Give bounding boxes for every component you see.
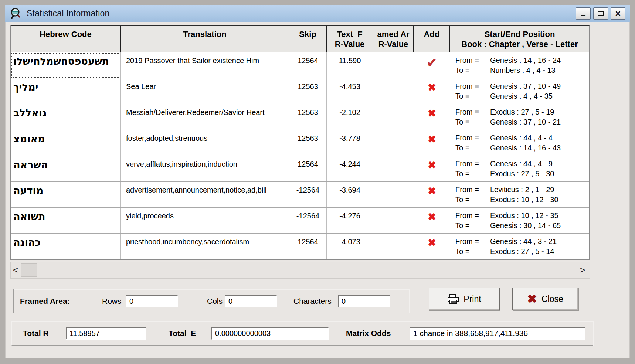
- add-cell[interactable]: ✖: [414, 104, 450, 130]
- close-x-icon: ✖: [527, 293, 537, 305]
- print-button[interactable]: Print: [429, 288, 500, 310]
- position-cell: From =Genesis : 44 , 3 - 21 To =Exodus :…: [450, 234, 589, 259]
- hebrew-code-cell[interactable]: השראה: [11, 156, 121, 181]
- table-row[interactable]: גואללב Messiah/Deliverer.Redeemer/Savior…: [11, 104, 589, 130]
- table-row[interactable]: מאומצ foster,adopted,strenuous 12563 -3.…: [11, 130, 589, 156]
- total-r-label: Total R: [23, 329, 49, 338]
- text-r-value-cell: -4.244: [327, 156, 373, 181]
- add-cell[interactable]: ✖: [414, 234, 450, 259]
- horizontal-scrollbar[interactable]: < >: [10, 262, 590, 279]
- header-framed-area-r-value: amed ArR-Value: [373, 26, 414, 52]
- maximize-button[interactable]: [593, 7, 608, 20]
- add-mark-icon: ✖: [428, 186, 436, 197]
- translation-cell: Sea Lear: [121, 78, 289, 104]
- print-button-label: Print: [463, 294, 481, 304]
- characters-input[interactable]: [338, 295, 390, 307]
- add-mark-icon: ✖: [428, 237, 436, 248]
- add-cell[interactable]: ✔: [414, 52, 450, 78]
- translation-cell: verve,afflatus,inspiration,induction: [121, 156, 289, 181]
- translation-cell: advertisement,announcement,notice,ad,bil…: [121, 182, 289, 207]
- framed-r-value-cell: [373, 104, 414, 130]
- text-r-value-cell: -4.276: [327, 208, 373, 233]
- hebrew-code-cell[interactable]: מאומצ: [11, 130, 121, 156]
- window-controls: _ ✕: [576, 7, 625, 20]
- add-cell[interactable]: ✖: [414, 182, 450, 207]
- text-r-value-cell: -3.694: [327, 182, 373, 207]
- scroll-right-arrow-icon[interactable]: >: [578, 265, 587, 275]
- position-cell: From =Genesis : 44 , 4 - 4 To =Genesis :…: [450, 130, 589, 156]
- header-translation: Translation: [121, 26, 289, 52]
- table-row[interactable]: השראה verve,afflatus,inspiration,inducti…: [11, 156, 589, 182]
- close-button[interactable]: ✖ Close: [512, 288, 578, 310]
- close-window-button[interactable]: ✕: [611, 7, 625, 20]
- framed-r-value-cell: [373, 52, 414, 78]
- position-cell: From =Genesis : 44 , 4 - 9 To =Exodus : …: [450, 156, 589, 181]
- close-icon: ✕: [615, 9, 621, 18]
- rows-input[interactable]: [126, 295, 178, 307]
- add-mark-icon: ✖: [428, 82, 436, 93]
- skip-cell: 12564: [289, 156, 327, 181]
- skip-cell: 12564: [289, 234, 327, 259]
- scroll-left-arrow-icon[interactable]: <: [11, 265, 20, 275]
- matrix-odds-input[interactable]: [410, 327, 585, 340]
- maximize-icon: [598, 11, 604, 16]
- rows-label: Rows: [102, 297, 122, 306]
- totals-panel: Total R Total E Matrix Odds: [11, 321, 594, 346]
- table-row[interactable]: מודעה advertisement,announcement,notice,…: [11, 182, 589, 208]
- total-e-input[interactable]: [211, 327, 329, 340]
- skip-cell: 12564: [289, 52, 327, 78]
- framed-r-value-cell: [373, 156, 414, 181]
- results-grid: Hebrew Code Translation Skip Text FR-Val…: [10, 25, 590, 260]
- total-e-label: Total E: [169, 329, 196, 338]
- add-cell[interactable]: ✖: [414, 208, 450, 233]
- text-r-value-cell: -4.453: [327, 78, 373, 104]
- statistical-information-window: Statistical Information _ ✕ Hebrew Code …: [5, 5, 630, 358]
- skip-cell: 12563: [289, 130, 327, 156]
- position-cell: From =Genesis : 37 , 10 - 49 To =Genesis…: [450, 78, 589, 104]
- grid-header-row: Hebrew Code Translation Skip Text FR-Val…: [11, 26, 589, 52]
- total-r-input[interactable]: [66, 327, 146, 340]
- add-mark-icon: ✔: [426, 56, 437, 69]
- hebrew-code-cell[interactable]: תשואה: [11, 208, 121, 233]
- add-cell[interactable]: ✖: [414, 156, 450, 181]
- text-r-value-cell: -3.778: [327, 130, 373, 156]
- text-r-value-cell: -4.073: [327, 234, 373, 259]
- add-mark-icon: ✖: [428, 108, 436, 119]
- framed-area-panel: Framed Area: Rows Cols Characters: [13, 289, 410, 313]
- scrollbar-thumb[interactable]: [21, 263, 37, 277]
- characters-label: Characters: [293, 297, 332, 306]
- translation-cell: foster,adopted,strenuous: [121, 130, 289, 156]
- framed-r-value-cell: [373, 130, 414, 156]
- hebrew-code-cell[interactable]: ימליך: [11, 78, 121, 104]
- header-hebrew-code: Hebrew Code: [11, 26, 121, 52]
- table-row[interactable]: כהונה priesthood,incumbency,sacerdotalis…: [11, 234, 589, 259]
- hebrew-code-cell[interactable]: תשעטפסחשמלחישלו: [11, 52, 121, 78]
- framed-r-value-cell: [373, 78, 414, 104]
- table-row[interactable]: תשעטפסחשמלחישלו 2019 Passover that Sailo…: [11, 52, 589, 78]
- table-row[interactable]: ימליך Sea Lear 12563 -4.453 ✖ From =Gene…: [11, 78, 589, 104]
- skip-cell: -12564: [289, 208, 327, 233]
- header-text-r-value: Text FR-Value: [327, 26, 373, 52]
- minimize-button[interactable]: _: [576, 7, 591, 20]
- matrix-odds-label: Matrix Odds: [346, 329, 391, 338]
- skip-cell: 12563: [289, 104, 327, 130]
- title-bar[interactable]: Statistical Information _ ✕: [5, 5, 630, 22]
- table-row[interactable]: תשואה yield,proceeds -12564 -4.276 ✖ Fro…: [11, 208, 589, 234]
- add-cell[interactable]: ✖: [414, 130, 450, 156]
- hebrew-code-cell[interactable]: מודעה: [11, 182, 121, 207]
- cols-label: Cols: [207, 297, 223, 306]
- header-start-end-position: Start/End PositionBook : Chapter , Verse…: [450, 26, 589, 52]
- header-add: Add: [414, 26, 450, 52]
- text-r-value-cell: 11.590: [327, 52, 373, 78]
- hebrew-code-cell[interactable]: כהונה: [11, 234, 121, 259]
- magnifier-icon: [9, 7, 22, 20]
- add-cell[interactable]: ✖: [414, 78, 450, 104]
- printer-icon: [447, 294, 459, 304]
- translation-cell: Messiah/Deliverer.Redeemer/Savior Heart: [121, 104, 289, 130]
- header-skip: Skip: [289, 26, 327, 52]
- position-cell: From =Exodus : 10 , 12 - 35 To =Genesis …: [450, 208, 589, 233]
- cols-input[interactable]: [225, 295, 277, 307]
- hebrew-code-cell[interactable]: גואללב: [11, 104, 121, 130]
- add-mark-icon: ✖: [428, 134, 436, 145]
- skip-cell: -12564: [289, 182, 327, 207]
